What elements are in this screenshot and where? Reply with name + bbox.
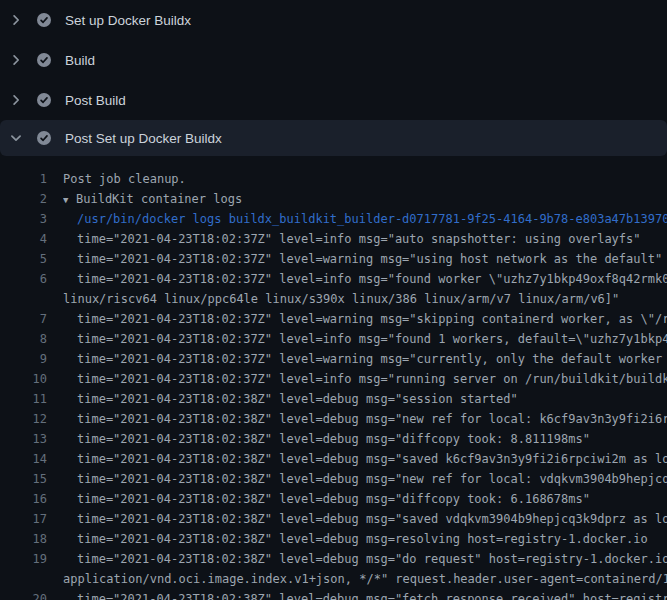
log-line-number[interactable]: 1 bbox=[0, 169, 47, 189]
log-area: 1 Post job cleanup. 2 ▼BuildKit containe… bbox=[0, 156, 667, 600]
log-line: 12 time="2021-04-23T18:02:38Z" level=deb… bbox=[0, 409, 667, 429]
step-row-set-up-docker-buildx[interactable]: Set up Docker Buildx bbox=[0, 0, 667, 40]
chevron-right-icon bbox=[8, 12, 24, 28]
log-line: 8 time="2021-04-23T18:02:37Z" level=info… bbox=[0, 329, 667, 349]
workflow-log-panel: Set up Docker Buildx Build P bbox=[0, 0, 667, 600]
log-line-number[interactable]: 9 bbox=[0, 349, 47, 369]
log-line-text: time="2021-04-23T18:02:38Z" level=debug … bbox=[77, 549, 667, 569]
log-line-number[interactable]: 19 bbox=[0, 549, 47, 569]
log-line-text: time="2021-04-23T18:02:37Z" level=warnin… bbox=[77, 249, 667, 269]
log-line-text: time="2021-04-23T18:02:37Z" level=info m… bbox=[77, 229, 667, 249]
log-line: 5 time="2021-04-23T18:02:37Z" level=warn… bbox=[0, 249, 667, 269]
log-line-text: time="2021-04-23T18:02:38Z" level=debug … bbox=[77, 529, 667, 549]
chevron-right-icon bbox=[8, 92, 24, 108]
success-check-icon bbox=[37, 93, 51, 107]
log-line-text: time="2021-04-23T18:02:37Z" level=warnin… bbox=[77, 309, 667, 329]
log-line-number[interactable]: 7 bbox=[0, 309, 47, 329]
log-line: 9 time="2021-04-23T18:02:37Z" level=warn… bbox=[0, 349, 667, 369]
log-line: 6 time="2021-04-23T18:02:37Z" level=info… bbox=[0, 269, 667, 289]
step-title: Post Set up Docker Buildx bbox=[65, 131, 222, 146]
log-line-number[interactable]: 13 bbox=[0, 429, 47, 449]
log-line: 3 /usr/bin/docker logs buildx_buildkit_b… bbox=[0, 209, 667, 229]
group-label: BuildKit container logs bbox=[76, 192, 242, 206]
log-line: 14 time="2021-04-23T18:02:38Z" level=deb… bbox=[0, 449, 667, 469]
log-line: application/vnd.oci.image.index.v1+json,… bbox=[0, 569, 667, 589]
log-line: 17 time="2021-04-23T18:02:38Z" level=deb… bbox=[0, 509, 667, 529]
log-line: linux/riscv64 linux/ppc64le linux/s390x … bbox=[0, 289, 667, 309]
success-check-icon bbox=[37, 13, 51, 27]
log-line-text: /usr/bin/docker logs buildx_buildkit_bui… bbox=[77, 209, 667, 229]
log-line-number[interactable]: 8 bbox=[0, 329, 47, 349]
log-line-number[interactable]: 5 bbox=[0, 249, 47, 269]
log-line-text: application/vnd.oci.image.index.v1+json,… bbox=[63, 569, 667, 589]
log-line-text: time="2021-04-23T18:02:37Z" level=info m… bbox=[77, 369, 667, 389]
log-line-text: time="2021-04-23T18:02:37Z" level=warnin… bbox=[77, 349, 667, 369]
chevron-down-icon bbox=[8, 130, 24, 146]
log-line-text: time="2021-04-23T18:02:38Z" level=debug … bbox=[77, 509, 667, 529]
log-line-number[interactable]: 4 bbox=[0, 229, 47, 249]
log-line-text: Post job cleanup. bbox=[63, 169, 667, 189]
log-line-number[interactable]: 18 bbox=[0, 529, 47, 549]
step-row-post-build[interactable]: Post Build bbox=[0, 80, 667, 120]
log-line-number[interactable]: 3 bbox=[0, 209, 47, 229]
log-line-text: time="2021-04-23T18:02:38Z" level=debug … bbox=[77, 489, 667, 509]
log-line-text: time="2021-04-23T18:02:38Z" level=debug … bbox=[77, 469, 667, 489]
step-row-post-set-up-docker-buildx[interactable]: Post Set up Docker Buildx bbox=[0, 120, 667, 156]
log-line-number[interactable]: 2 bbox=[0, 189, 47, 209]
success-check-icon bbox=[37, 131, 51, 145]
log-line-text: linux/riscv64 linux/ppc64le linux/s390x … bbox=[63, 289, 667, 309]
log-line-text: time="2021-04-23T18:02:38Z" level=debug … bbox=[77, 449, 667, 469]
log-line: 15 time="2021-04-23T18:02:38Z" level=deb… bbox=[0, 469, 667, 489]
log-line-text: time="2021-04-23T18:02:38Z" level=debug … bbox=[77, 429, 667, 449]
log-line-number[interactable]: 11 bbox=[0, 389, 47, 409]
log-line-text: time="2021-04-23T18:02:37Z" level=info m… bbox=[77, 329, 667, 349]
step-title: Build bbox=[65, 53, 95, 68]
step-title: Post Build bbox=[65, 93, 126, 108]
log-line-text: time="2021-04-23T18:02:38Z" level=debug … bbox=[77, 389, 667, 409]
log-line-text: time="2021-04-23T18:02:38Z" level=debug … bbox=[77, 409, 667, 429]
steps-list: Set up Docker Buildx Build P bbox=[0, 0, 667, 156]
log-line: 11 time="2021-04-23T18:02:38Z" level=deb… bbox=[0, 389, 667, 409]
log-line-number[interactable]: 20 bbox=[0, 589, 47, 600]
step-row-build[interactable]: Build bbox=[0, 40, 667, 80]
log-line: 7 time="2021-04-23T18:02:37Z" level=warn… bbox=[0, 309, 667, 329]
log-line-text: time="2021-04-23T18:02:38Z" level=debug … bbox=[77, 589, 667, 600]
log-line-number[interactable]: 15 bbox=[0, 469, 47, 489]
success-check-icon bbox=[37, 53, 51, 67]
log-line-number[interactable]: 17 bbox=[0, 509, 47, 529]
log-line-number[interactable]: 16 bbox=[0, 489, 47, 509]
log-line: 4 time="2021-04-23T18:02:37Z" level=info… bbox=[0, 229, 667, 249]
log-line-number[interactable]: 6 bbox=[0, 269, 47, 289]
group-collapse-icon[interactable]: ▼ bbox=[63, 190, 76, 209]
chevron-right-icon bbox=[8, 52, 24, 68]
log-line: 13 time="2021-04-23T18:02:38Z" level=deb… bbox=[0, 429, 667, 449]
log-line-text: time="2021-04-23T18:02:37Z" level=info m… bbox=[77, 269, 667, 289]
log-line: 10 time="2021-04-23T18:02:37Z" level=inf… bbox=[0, 369, 667, 389]
step-title: Set up Docker Buildx bbox=[65, 13, 191, 28]
log-line: 18 time="2021-04-23T18:02:38Z" level=deb… bbox=[0, 529, 667, 549]
log-line: 19 time="2021-04-23T18:02:38Z" level=deb… bbox=[0, 549, 667, 569]
log-line: 20 time="2021-04-23T18:02:38Z" level=deb… bbox=[0, 589, 667, 600]
log-line-number[interactable]: 14 bbox=[0, 449, 47, 469]
log-line-number[interactable]: 12 bbox=[0, 409, 47, 429]
log-line: 1 Post job cleanup. bbox=[0, 169, 667, 189]
log-line-number[interactable]: 10 bbox=[0, 369, 47, 389]
log-line: 2 ▼BuildKit container logs bbox=[0, 189, 667, 209]
log-line: 16 time="2021-04-23T18:02:38Z" level=deb… bbox=[0, 489, 667, 509]
log-line-text: ▼BuildKit container logs bbox=[63, 189, 667, 209]
